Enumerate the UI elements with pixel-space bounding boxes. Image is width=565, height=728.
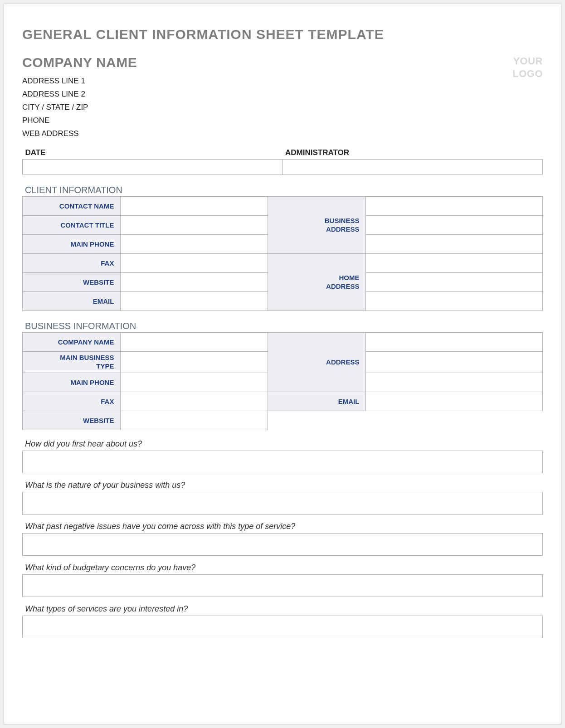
- label-biz-fax: FAX: [23, 392, 121, 411]
- label-biz-type-l2: TYPE: [29, 362, 114, 371]
- client-info-table: CONTACT NAME BUSINESS ADDRESS CONTACT TI…: [22, 196, 543, 311]
- logo-line1: YOUR: [512, 55, 543, 68]
- input-email[interactable]: [121, 292, 268, 311]
- company-address-line-1: ADDRESS LINE 1: [22, 75, 137, 88]
- input-website[interactable]: [121, 273, 268, 292]
- label-fax: FAX: [23, 254, 121, 273]
- company-city-state-zip: CITY / STATE / ZIP: [22, 101, 137, 114]
- client-info-heading: CLIENT INFORMATION: [25, 185, 543, 195]
- label-home-address: HOME ADDRESS: [268, 254, 366, 311]
- question-5-label: What types of services are you intereste…: [22, 603, 543, 615]
- company-address-line-2: ADDRESS LINE 2: [22, 88, 137, 101]
- business-info-heading: BUSINESS INFORMATION: [25, 321, 543, 331]
- company-name: COMPANY NAME: [22, 55, 137, 70]
- input-biz-address-1[interactable]: [366, 333, 543, 352]
- label-biz-type: MAIN BUSINESS TYPE: [23, 352, 121, 373]
- input-biz-main-phone[interactable]: [121, 373, 268, 392]
- company-block: COMPANY NAME ADDRESS LINE 1 ADDRESS LINE…: [22, 55, 137, 140]
- input-contact-name[interactable]: [121, 197, 268, 216]
- logo-placeholder: YOUR LOGO: [512, 55, 543, 80]
- label-biz-main-phone: MAIN PHONE: [23, 373, 121, 392]
- question-2-input[interactable]: [22, 492, 543, 514]
- input-fax[interactable]: [121, 254, 268, 273]
- question-1-label: How did you first hear about us?: [22, 438, 543, 450]
- date-input[interactable]: [23, 160, 283, 175]
- input-main-phone[interactable]: [121, 235, 268, 254]
- document-page: GENERAL CLIENT INFORMATION SHEET TEMPLAT…: [4, 4, 561, 724]
- label-main-phone: MAIN PHONE: [23, 235, 121, 254]
- document-title: GENERAL CLIENT INFORMATION SHEET TEMPLAT…: [22, 27, 543, 42]
- meta-table: DATE ADMINISTRATOR: [22, 146, 543, 175]
- questions-block: How did you first hear about us? What is…: [22, 438, 543, 638]
- label-contact-name: CONTACT NAME: [23, 197, 121, 216]
- question-4-label: What kind of budgetary concerns do you h…: [22, 562, 543, 573]
- label-home-address-l1: HOME: [274, 274, 359, 282]
- label-biz-address-text: ADDRESS: [274, 358, 359, 367]
- company-web: WEB ADDRESS: [22, 127, 137, 141]
- question-4-input[interactable]: [22, 574, 543, 597]
- label-website: WEBSITE: [23, 273, 121, 292]
- logo-line2: LOGO: [512, 68, 543, 80]
- input-home-address-1[interactable]: [366, 254, 543, 273]
- input-biz-fax[interactable]: [121, 392, 268, 411]
- label-biz-address: ADDRESS: [268, 333, 366, 392]
- header-row: COMPANY NAME ADDRESS LINE 1 ADDRESS LINE…: [22, 55, 543, 140]
- input-biz-website[interactable]: [121, 411, 268, 430]
- question-3-label: What past negative issues have you come …: [22, 521, 543, 532]
- input-contact-title[interactable]: [121, 216, 268, 235]
- label-business-address-l2: ADDRESS: [274, 225, 359, 234]
- label-biz-type-l1: MAIN BUSINESS: [29, 354, 114, 362]
- label-contact-title: CONTACT TITLE: [23, 216, 121, 235]
- question-2-label: What is the nature of your business with…: [22, 480, 543, 491]
- input-home-address-3[interactable]: [366, 292, 543, 311]
- input-business-address-1[interactable]: [366, 197, 543, 216]
- label-biz-website: WEBSITE: [23, 411, 121, 430]
- business-info-table: COMPANY NAME ADDRESS MAIN BUSINESS TYPE …: [22, 332, 543, 430]
- question-5-input[interactable]: [22, 616, 543, 638]
- label-business-address-l1: BUSINESS: [274, 217, 359, 225]
- question-1-input[interactable]: [22, 451, 543, 473]
- input-biz-address-2[interactable]: [366, 352, 543, 373]
- question-3-input[interactable]: [22, 533, 543, 556]
- input-biz-type[interactable]: [121, 352, 268, 373]
- administrator-label: ADMINISTRATOR: [282, 146, 543, 160]
- input-biz-address-3[interactable]: [366, 373, 543, 392]
- input-home-address-2[interactable]: [366, 273, 543, 292]
- label-business-address: BUSINESS ADDRESS: [268, 197, 366, 254]
- input-business-address-3[interactable]: [366, 235, 543, 254]
- label-biz-email: EMAIL: [268, 392, 366, 411]
- input-biz-company-name[interactable]: [121, 333, 268, 352]
- date-label: DATE: [23, 146, 283, 160]
- company-phone: PHONE: [22, 114, 137, 127]
- label-biz-company-name: COMPANY NAME: [23, 333, 121, 352]
- label-home-address-l2: ADDRESS: [274, 282, 359, 291]
- administrator-input[interactable]: [282, 160, 543, 175]
- input-business-address-2[interactable]: [366, 216, 543, 235]
- input-biz-email[interactable]: [366, 392, 543, 411]
- label-email: EMAIL: [23, 292, 121, 311]
